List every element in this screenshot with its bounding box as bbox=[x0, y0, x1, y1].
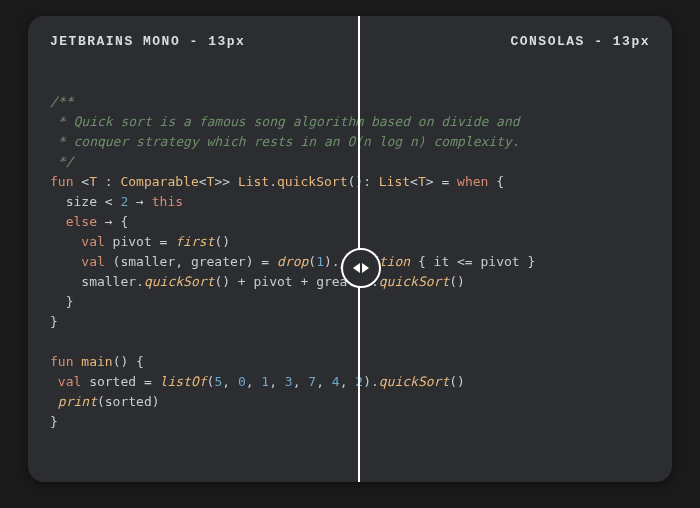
comment-line: /** bbox=[50, 94, 73, 109]
header-bar: JETBRAINS MONO - 13px CONSOLAS - 13px bbox=[50, 34, 650, 49]
left-font-name: JETBRAINS MONO bbox=[50, 34, 180, 49]
font-compare-panel: JETBRAINS MONO - 13px CONSOLAS - 13px /*… bbox=[28, 16, 672, 482]
right-font-label: CONSOLAS - 13px bbox=[510, 34, 650, 49]
left-font-size: 13px bbox=[208, 34, 245, 49]
comment-line: */ bbox=[50, 154, 73, 169]
sep-right: - bbox=[585, 34, 613, 49]
chevron-left-icon bbox=[353, 263, 360, 273]
sep-left: - bbox=[180, 34, 208, 49]
chevron-right-icon bbox=[362, 263, 369, 273]
kw-fun: fun bbox=[50, 174, 73, 189]
right-font-name: CONSOLAS bbox=[510, 34, 584, 49]
compare-handle[interactable] bbox=[341, 248, 381, 288]
right-font-size: 13px bbox=[613, 34, 650, 49]
left-font-label: JETBRAINS MONO - 13px bbox=[50, 34, 245, 49]
comment-line: * Quick sort is a famous song algorithm … bbox=[50, 114, 520, 129]
comment-line: * conquer strategy which rests in an O(n… bbox=[50, 134, 520, 149]
